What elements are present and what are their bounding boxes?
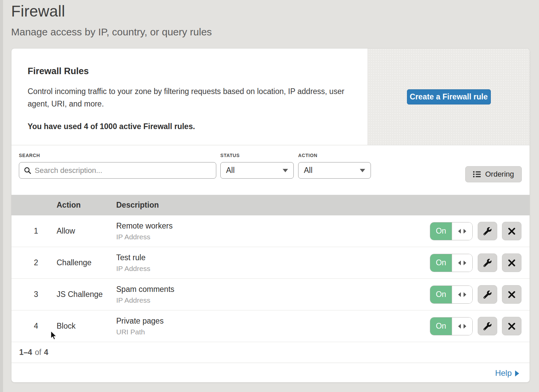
rule-priority: 4 (11, 322, 57, 331)
toggle-arrows-icon (458, 229, 466, 234)
rule-row-2: 2ChallengeTest ruleIP AddressOn (11, 247, 530, 279)
toggle-handle[interactable] (452, 254, 472, 272)
rule-action: Allow (57, 227, 116, 236)
rule-controls: On (430, 253, 530, 272)
toggle-handle[interactable] (452, 318, 472, 335)
toggle-on-label: On (430, 254, 452, 272)
toggle-on-label: On (430, 286, 452, 303)
rule-priority: 3 (11, 290, 57, 299)
rule-enabled-toggle[interactable]: On (430, 317, 473, 335)
chevron-down-icon (283, 169, 288, 172)
wrench-icon (483, 322, 492, 330)
action-select[interactable]: All (298, 162, 371, 179)
firewall-rules-card: Firewall Rules Control incoming traffic … (11, 48, 530, 383)
rule-row-1: 1AllowRemote workersIP AddressOn (11, 215, 530, 247)
wrench-icon (483, 291, 492, 299)
rule-action: JS Challenge (57, 290, 116, 299)
toggle-on-label: On (430, 318, 452, 335)
toggle-handle[interactable] (452, 286, 472, 303)
wrench-icon (483, 259, 492, 267)
delete-rule-button[interactable] (502, 253, 521, 272)
rules-heading: Firewall Rules (28, 66, 347, 77)
rule-enabled-toggle[interactable]: On (430, 285, 473, 304)
help-link[interactable]: Help (495, 368, 519, 378)
search-input[interactable] (35, 166, 211, 175)
description-column-header: Description (116, 201, 159, 210)
delete-rule-button[interactable] (502, 222, 521, 240)
toggle-arrows-icon (458, 292, 466, 297)
rule-description: Remote workers (116, 221, 430, 231)
pagination-of: of (35, 348, 41, 357)
pagination-bar: 1–4 of 4 (11, 342, 530, 363)
rule-controls: On (430, 317, 530, 335)
action-label: ACTION (298, 153, 371, 158)
edit-rule-button[interactable] (478, 222, 497, 240)
rules-intro-section: Firewall Rules Control incoming traffic … (11, 49, 530, 145)
edit-rule-button[interactable] (478, 317, 497, 335)
ordering-button-label: Ordering (485, 170, 514, 179)
page-left-edge (0, 0, 3, 392)
rule-priority: 1 (11, 227, 57, 236)
search-icon (24, 167, 31, 174)
rule-action: Challenge (57, 258, 116, 267)
rule-priority: 2 (11, 258, 57, 267)
page-title: Firewall (11, 2, 65, 20)
rules-usage-note: You have used 4 of 1000 active Firewall … (28, 122, 347, 131)
rule-controls: On (430, 222, 530, 240)
close-icon (508, 227, 516, 235)
rules-table-body: 1AllowRemote workersIP AddressOn2Challen… (11, 215, 530, 342)
action-column-header: Action (57, 201, 116, 210)
status-selected-value: All (226, 166, 235, 175)
close-icon (508, 322, 516, 330)
toggle-on-label: On (430, 222, 452, 240)
ordering-button[interactable]: Ordering (465, 166, 522, 182)
rule-row-3: 3JS ChallengeSpam commentsIP AddressOn (11, 279, 530, 310)
rule-description: Private pages (116, 316, 430, 326)
rule-match-type: IP Address (116, 233, 430, 241)
edit-rule-button[interactable] (478, 253, 497, 272)
rule-description-cell: Test ruleIP Address (116, 253, 430, 273)
page-subtitle: Manage access by IP, country, or query r… (11, 26, 212, 38)
rule-description: Spam comments (116, 285, 430, 294)
delete-rule-button[interactable] (502, 285, 521, 304)
pagination-range: 1–4 (19, 348, 32, 357)
rule-description: Test rule (116, 253, 430, 262)
toggle-arrows-icon (458, 261, 466, 265)
card-footer: Help (11, 363, 530, 383)
rule-match-type: IP Address (116, 265, 430, 273)
rules-description: Control incoming traffic to your zone by… (28, 85, 346, 110)
toggle-handle[interactable] (452, 222, 472, 240)
wrench-icon (483, 227, 492, 235)
rule-controls: On (430, 285, 530, 304)
rule-action: Block (57, 322, 116, 331)
status-label: STATUS (220, 153, 294, 158)
pagination-total: 4 (44, 348, 49, 357)
delete-rule-button[interactable] (502, 317, 521, 335)
help-link-label: Help (495, 368, 512, 378)
action-selected-value: All (304, 166, 313, 175)
rule-match-type: IP Address (116, 296, 430, 304)
chevron-down-icon (360, 169, 365, 172)
edit-rule-button[interactable] (478, 285, 497, 304)
close-icon (508, 291, 516, 299)
search-label: SEARCH (19, 153, 216, 158)
rule-enabled-toggle[interactable]: On (430, 254, 473, 272)
rules-table-header: Action Description (11, 195, 530, 215)
create-rule-panel: Create a Firewall rule (368, 49, 530, 145)
rule-description-cell: Remote workersIP Address (116, 221, 430, 241)
rule-description-cell: Private pagesURI Path (116, 316, 430, 336)
arrow-right-icon (515, 370, 519, 376)
status-select[interactable]: All (220, 162, 294, 179)
rule-enabled-toggle[interactable]: On (430, 222, 473, 240)
create-firewall-rule-button[interactable]: Create a Firewall rule (407, 89, 491, 104)
rule-row-4: 4BlockPrivate pagesURI PathOn (11, 310, 530, 342)
rule-match-type: URI Path (116, 328, 430, 336)
rule-description-cell: Spam commentsIP Address (116, 285, 430, 304)
toggle-arrows-icon (458, 324, 466, 329)
search-box[interactable] (19, 162, 216, 179)
filters-bar: SEARCH STATUS All ACTION All (11, 145, 530, 195)
ordered-list-icon (473, 171, 481, 178)
close-icon (508, 259, 516, 267)
